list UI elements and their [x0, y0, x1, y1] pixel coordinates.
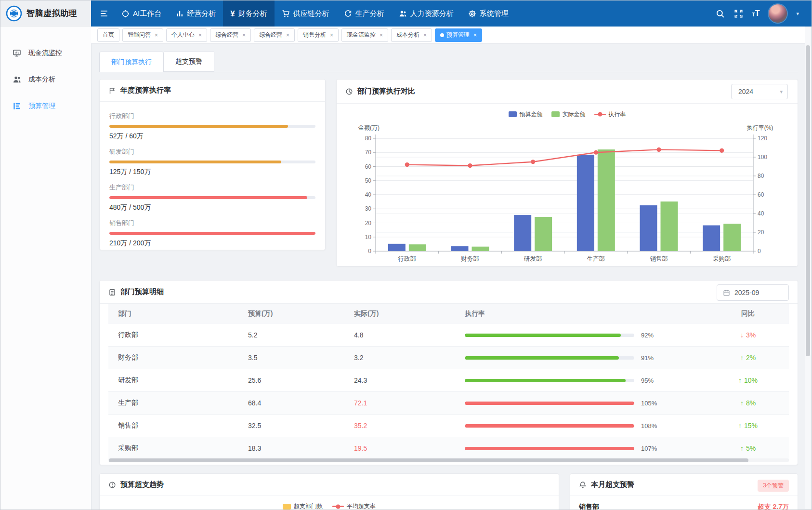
yoy-cell: ↑5%	[707, 444, 789, 452]
budget-comparison-card: 部门预算执行对比 2024 ▾ 预算金额 实际金额 执行率 0102030405…	[336, 79, 798, 267]
svg-text:30: 30	[365, 205, 371, 212]
app-window: 智脑虚拟助理 AI工作台 经营分析 ¥ 财务分析 供应链分析	[0, 0, 812, 510]
svg-text:50: 50	[365, 177, 371, 184]
legend-marker	[283, 504, 291, 510]
open-tab-home[interactable]: 首页	[97, 28, 119, 42]
flag-icon	[108, 87, 116, 94]
scrollbar-thumb[interactable]	[806, 45, 810, 356]
svg-text:金额(万): 金额(万)	[358, 124, 380, 131]
sidebar-item-budget-management[interactable]: 预算管理	[0, 93, 91, 119]
detail-card-header: 部门预算明细 2025-09	[100, 281, 798, 304]
annual-budget-card-header: 年度预算执行率	[100, 80, 325, 102]
app-logo: 智脑虚拟助理	[0, 0, 91, 27]
svg-text:80: 80	[365, 135, 371, 142]
open-tab[interactable]: 综合经营×	[210, 28, 251, 42]
user-avatar[interactable]	[769, 4, 787, 23]
calendar-icon	[723, 289, 730, 296]
font-size-icon[interactable]: TT	[752, 10, 760, 17]
budget-progress-item: 生产部门 480万 / 500万	[109, 183, 315, 212]
page-vertical-scrollbar	[805, 27, 811, 509]
open-tab[interactable]: 现金流监控×	[341, 28, 388, 42]
open-tab[interactable]: 智能问答×	[122, 28, 163, 42]
navbar-actions: TT ▾	[716, 4, 799, 23]
menu-item-production-analysis[interactable]: 生产分析	[337, 0, 392, 27]
legend-marker	[509, 111, 517, 117]
open-tab[interactable]: 成本分析×	[391, 28, 432, 42]
menu-item-finance-analysis[interactable]: ¥ 财务分析	[223, 0, 274, 27]
yoy-cell: ↓3%	[707, 331, 789, 339]
menu-item-hr-analysis[interactable]: 人力资源分析	[392, 0, 461, 27]
menu-item-business-analysis[interactable]: 经营分析	[169, 0, 223, 27]
month-picker[interactable]: 2025-09	[717, 284, 789, 301]
svg-text:20: 20	[365, 220, 371, 227]
open-tab[interactable]: 销售分析×	[298, 28, 339, 42]
close-icon[interactable]: ×	[380, 32, 383, 39]
menu-item-system-admin[interactable]: 系统管理	[461, 0, 516, 27]
rate-bar	[465, 379, 634, 382]
open-tab[interactable]: 综合经营×	[254, 28, 295, 42]
collapse-menu-icon[interactable]	[94, 0, 114, 27]
close-icon[interactable]: ×	[330, 32, 333, 39]
overspend-trend-card: 预算超支趋势 超支部门数 平均超支率	[99, 473, 559, 510]
table-row: 研发部 25.6 24.3 95% ↑10%	[108, 369, 789, 392]
yoy-cell: ↑15%	[707, 422, 789, 429]
svg-text:0: 0	[368, 248, 371, 255]
budget-progress-item: 研发部门 125万 / 150万	[109, 148, 315, 176]
svg-text:执行率(%): 执行率(%)	[746, 124, 773, 131]
legend-budget[interactable]: 预算金额	[509, 110, 543, 119]
brain-logo-icon	[6, 5, 22, 22]
alert-count-badge: 3个预警	[758, 480, 789, 492]
menu-item-supply-chain[interactable]: 供应链分析	[275, 0, 337, 27]
user-menu-caret-icon[interactable]: ▾	[796, 11, 799, 17]
fullscreen-icon[interactable]	[734, 9, 743, 18]
progress-bar	[109, 161, 281, 163]
legend-actual[interactable]: 实际金额	[551, 110, 586, 119]
users-icon	[13, 75, 21, 84]
menu-item-ai-workbench[interactable]: AI工作台	[114, 0, 169, 27]
open-tab[interactable]: 个人中心×	[166, 28, 207, 42]
close-icon[interactable]: ×	[473, 32, 477, 39]
svg-text:100: 100	[758, 154, 767, 161]
budget-comparison-chart: 01020304050607080020406080100120行政部财务部研发…	[346, 119, 789, 264]
close-icon[interactable]: ×	[242, 32, 246, 39]
yen-icon: ¥	[230, 10, 235, 18]
chevron-down-icon: ▾	[780, 89, 783, 95]
alert-list-item: 销售部 超支 2.7万	[570, 496, 798, 510]
tab-dept-budget-execution[interactable]: 部门预算执行	[99, 52, 164, 72]
close-icon[interactable]: ×	[286, 32, 289, 39]
tab-overspend-warning[interactable]: 超支预警	[164, 52, 214, 72]
open-tab-active[interactable]: 预算管理×	[435, 28, 482, 42]
page-tabs: 部门预算执行 超支预警	[99, 52, 798, 72]
pie-chart-icon	[345, 88, 353, 95]
trend-card-header: 预算超支趋势	[100, 474, 559, 496]
sidebar-item-cashflow[interactable]: 现金流监控	[0, 40, 91, 66]
table-body: 行政部 5.2 4.8 92% ↓3% 财务部 3.5 3.2 91% ↑2%	[108, 324, 789, 460]
svg-text:40: 40	[365, 191, 371, 198]
legend-avg-overspend-rate[interactable]: 平均超支率	[332, 502, 376, 510]
rate-bar	[465, 424, 634, 428]
table-row: 采购部 18.3 19.5 107% ↑5%	[108, 437, 789, 460]
rate-bar	[465, 334, 634, 337]
svg-text:财务部: 财务部	[461, 255, 479, 262]
legend-rate[interactable]: 执行率	[594, 110, 626, 119]
close-icon[interactable]: ×	[423, 32, 427, 39]
sidebar-item-cost-analysis[interactable]: 成本分析	[0, 66, 91, 93]
search-icon[interactable]	[716, 9, 725, 18]
rate-bar	[465, 402, 634, 405]
scrollbar-thumb[interactable]	[109, 458, 748, 462]
svg-text:0: 0	[758, 248, 761, 255]
close-icon[interactable]: ×	[198, 32, 202, 39]
table-row: 销售部 32.5 35.2 108% ↑15%	[108, 415, 789, 437]
trend-chart-legend: 超支部门数 平均超支率	[100, 502, 559, 510]
card-title: 年度预算执行率	[120, 86, 171, 95]
ai-hub-icon	[121, 10, 130, 18]
legend-overspend-depts[interactable]: 超支部门数	[283, 502, 323, 510]
svg-text:120: 120	[758, 135, 767, 142]
sync-icon	[344, 10, 352, 18]
app-title: 智脑虚拟助理	[26, 8, 77, 19]
svg-text:80: 80	[758, 173, 764, 179]
progress-bar	[109, 125, 288, 128]
year-select[interactable]: 2024 ▾	[731, 84, 788, 99]
svg-text:研发部: 研发部	[523, 255, 542, 262]
close-icon[interactable]: ×	[155, 32, 158, 39]
